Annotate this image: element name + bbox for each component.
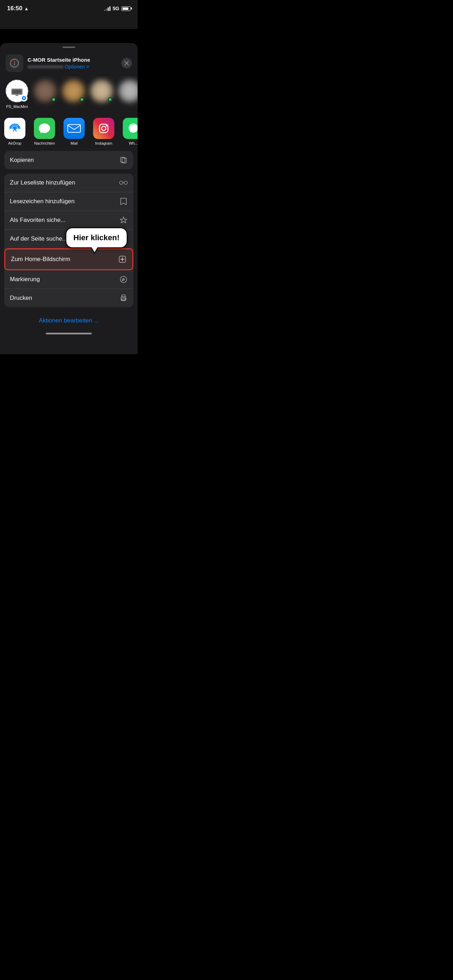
svg-marker-22: [120, 217, 127, 223]
person-avatar-1[interactable]: [34, 80, 56, 102]
battery-body: [121, 6, 130, 11]
signal-bar-2: [106, 8, 107, 11]
airdrop-small-icon: [22, 95, 27, 100]
svg-rect-32: [122, 295, 125, 297]
person-avatar-4[interactable]: [119, 80, 138, 102]
person-item-2[interactable]: [62, 80, 85, 109]
menu-section-kopieren: Kopieren: [4, 151, 134, 169]
location-icon: ▲: [24, 6, 29, 11]
svg-point-10: [17, 91, 18, 92]
menu-item-homescreen[interactable]: Zum Home-Bildschirm: [4, 248, 134, 270]
airdrop-waves-icon: [8, 121, 22, 135]
device-avatar-macmini[interactable]: [6, 80, 28, 102]
svg-line-30: [124, 278, 124, 279]
person-avatar-3[interactable]: [90, 80, 113, 102]
app-item-mail[interactable]: Mail: [59, 118, 89, 145]
sheet-handle: [62, 46, 75, 48]
app-item-airdrop[interactable]: AirDrop: [0, 118, 30, 145]
add-square-icon: [118, 255, 127, 264]
svg-point-20: [119, 181, 123, 184]
app-label-instagram: Instagram: [95, 141, 113, 145]
kopieren-label: Kopieren: [10, 157, 34, 164]
online-dot-1: [51, 97, 56, 102]
apps-row[interactable]: AirDrop Nachrichten Mail: [0, 114, 138, 151]
svg-rect-13: [68, 124, 80, 132]
svg-point-34: [125, 298, 126, 299]
svg-point-4: [14, 62, 15, 64]
share-title: C-MOR Startseite iPhone: [27, 57, 117, 63]
svg-rect-8: [12, 90, 22, 94]
whatsapp-app-icon[interactable]: [123, 118, 138, 139]
callout-text: Hier klicken!: [73, 233, 119, 242]
mail-app-icon[interactable]: [64, 118, 85, 139]
markierung-label: Markierung: [10, 276, 40, 283]
app-item-nachrichten[interactable]: Nachrichten: [30, 118, 59, 145]
person-blur-4: [119, 80, 138, 102]
mail-icon-svg: [67, 123, 81, 134]
print-icon: [119, 294, 128, 302]
leseliste-label: Zur Leseliste hinzufügen: [10, 179, 75, 186]
instagram-app-icon[interactable]: [93, 118, 114, 139]
time-label: 16:50: [7, 5, 22, 12]
actions-link[interactable]: Aktionen bearbeiten ...: [0, 312, 138, 330]
signal-bar-3: [108, 7, 109, 11]
instagram-icon-svg: [97, 122, 110, 135]
menu-item-kopieren[interactable]: Kopieren: [4, 151, 134, 169]
share-url-blurred: ●●●●●●●●●●●●●●: [27, 64, 63, 69]
app-item-whatsapp[interactable]: Wh...: [119, 118, 138, 145]
airdrop-app-icon[interactable]: [4, 118, 25, 139]
book-icon: [119, 197, 128, 206]
messages-icon-svg: [38, 122, 51, 135]
person-item-4[interactable]: [119, 80, 138, 109]
sheet-handle-area: [0, 43, 138, 50]
svg-point-21: [124, 181, 127, 184]
close-button[interactable]: [121, 58, 132, 68]
svg-point-15: [102, 126, 106, 130]
callout-bubble: Hier klicken!: [65, 227, 128, 248]
callout-wrapper: Hier klicken! Zum Home-Bildschirm: [4, 248, 134, 270]
status-time: 16:50 ▲: [7, 5, 29, 12]
online-dot-3: [108, 97, 112, 102]
menu-item-markierung[interactable]: Markierung: [4, 270, 134, 289]
share-options-link[interactable]: Optionen >: [65, 64, 89, 70]
airdrop-badge: [21, 95, 27, 102]
signal-bar-1: [104, 10, 105, 11]
network-label: 5G: [113, 6, 119, 11]
copy-icon: [119, 156, 128, 164]
share-sheet: C-MOR Startseite iPhone ●●●●●●●●●●●●●● O…: [0, 43, 138, 354]
star-icon: [119, 216, 128, 224]
favoriten-label: Als Favoriten siche...: [10, 216, 66, 224]
app-label-whatsapp: Wh...: [129, 141, 138, 145]
app-item-instagram[interactable]: Instagram: [89, 118, 119, 145]
svg-point-16: [106, 125, 107, 127]
battery-fill: [122, 7, 129, 10]
menu-item-drucken[interactable]: Drucken: [4, 289, 134, 307]
lesezeichen-label: Lesezeichen hinzufügen: [10, 198, 75, 205]
share-header-text: C-MOR Startseite iPhone ●●●●●●●●●●●●●● O…: [27, 57, 117, 70]
menu-item-lesezeichen[interactable]: Lesezeichen hinzufügen: [4, 192, 134, 211]
browser-bg: [0, 15, 138, 29]
signal-bars: [104, 6, 110, 11]
menu-section-main: Zur Leseliste hinzufügen Lesezeichen hin…: [4, 173, 134, 307]
person-avatar-2[interactable]: [62, 80, 85, 102]
svg-rect-9: [16, 95, 18, 96]
whatsapp-icon-svg: [127, 122, 138, 135]
people-row[interactable]: PS_MacMini: [0, 76, 138, 114]
app-label-airdrop: AirDrop: [8, 141, 21, 145]
svg-rect-33: [122, 299, 125, 301]
close-icon: [124, 61, 129, 65]
status-right: 5G: [104, 6, 130, 11]
person-item-1[interactable]: [34, 80, 56, 109]
online-dot-2: [80, 97, 84, 102]
home-bar: [46, 332, 92, 334]
device-item-macmini[interactable]: PS_MacMini: [6, 80, 28, 109]
nachrichten-app-icon[interactable]: [34, 118, 55, 139]
status-bar: 16:50 ▲ 5G: [0, 0, 138, 15]
home-indicator: [0, 330, 138, 340]
drucken-label: Drucken: [10, 294, 32, 302]
share-icon-box: [6, 54, 23, 72]
person-item-3[interactable]: [90, 80, 113, 109]
battery-indicator: [121, 6, 130, 11]
menu-item-leseliste[interactable]: Zur Leseliste hinzufügen: [4, 173, 134, 192]
app-label-nachrichten: Nachrichten: [34, 141, 55, 145]
